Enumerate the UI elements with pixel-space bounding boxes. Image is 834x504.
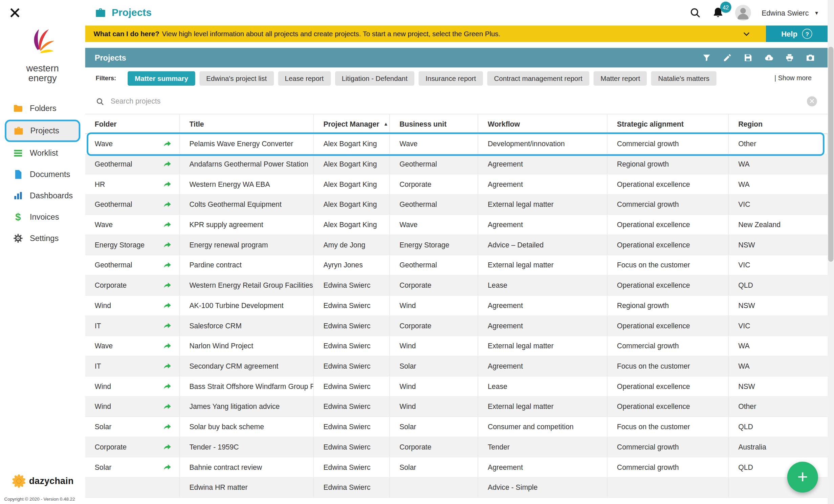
filter-contract-management-report[interactable]: Contract management report — [487, 71, 589, 85]
sidebar-item-invoices[interactable]: $Invoices — [0, 206, 85, 227]
column-header-strategic-alignment[interactable]: Strategic alignment — [608, 114, 729, 134]
column-header-folder[interactable]: Folder — [85, 114, 180, 134]
share-arrow-icon[interactable] — [163, 362, 172, 371]
gear-icon — [13, 233, 23, 243]
table-row[interactable]: Energy StorageEnergy renewal programAmy … — [85, 235, 828, 256]
cloud-download-icon[interactable] — [764, 53, 773, 62]
clear-search-icon[interactable]: ✕ — [807, 96, 817, 106]
column-header-workflow[interactable]: Workflow — [478, 114, 608, 134]
cell-text: Commercial growth — [617, 443, 679, 451]
column-header-title[interactable]: Title — [180, 114, 314, 134]
cell-text: Commercial growth — [617, 342, 679, 350]
share-arrow-icon[interactable] — [163, 159, 172, 169]
folder-name: IT — [95, 322, 101, 330]
user-name[interactable]: Edwina Swierc — [762, 9, 809, 17]
cell-text: Alex Bogart King — [323, 140, 377, 148]
share-arrow-icon[interactable] — [163, 281, 172, 290]
close-icon[interactable] — [8, 6, 21, 19]
cell-text: Edwina Swierc — [323, 483, 370, 491]
cell-strategic-alignment: Focus on the customer — [608, 255, 729, 275]
table-row[interactable]: CorporateTender - 1959CEdwina SwiercCorp… — [85, 437, 828, 458]
table-row[interactable]: ITSalesforce CRMEdwina SwiercCorporateAg… — [85, 316, 828, 336]
sidebar-item-label: Worklist — [30, 148, 58, 157]
add-project-fab[interactable]: + — [787, 462, 818, 492]
share-arrow-icon[interactable] — [163, 342, 172, 351]
cell-workflow: External legal matter — [478, 336, 608, 356]
search-icon — [96, 97, 104, 106]
folder-name: Corporate — [95, 281, 127, 289]
table-row[interactable]: GeothermalColts Geothermal EquipmentAlex… — [85, 195, 828, 215]
edit-icon[interactable] — [723, 53, 732, 62]
briefcase-icon — [95, 7, 107, 19]
share-arrow-icon[interactable] — [163, 463, 172, 472]
table-row[interactable]: GeothermalPardine contractAyryn JonesGeo… — [85, 255, 828, 276]
table-row[interactable]: WavePelamis Wave Energy ConverterAlex Bo… — [85, 134, 828, 154]
scrollbar-thumb[interactable] — [828, 47, 834, 262]
share-arrow-icon[interactable] — [163, 261, 172, 270]
table-row[interactable]: ITSecondary CRM agreementEdwina SwiercSo… — [85, 356, 828, 377]
column-header-project-manager[interactable]: Project Manager▲ — [314, 114, 390, 134]
share-arrow-icon[interactable] — [163, 442, 172, 452]
column-header-business-unit[interactable]: Business unit — [390, 114, 478, 134]
table-row[interactable]: WaveNarlon Wind ProjectEdwina SwiercWind… — [85, 336, 828, 356]
cell-text: Geothermal — [399, 261, 437, 269]
chevron-down-icon[interactable]: ▾ — [815, 9, 818, 16]
chevron-down-icon[interactable] — [742, 29, 751, 38]
folder-name: Geothermal — [95, 261, 132, 269]
sidebar-item-settings[interactable]: Settings — [0, 227, 85, 249]
sort-asc-icon: ▲ — [383, 121, 388, 127]
sidebar-item-documents[interactable]: Documents — [0, 163, 85, 185]
sidebar-item-worklist[interactable]: Worklist — [0, 142, 85, 163]
share-arrow-icon[interactable] — [163, 382, 172, 391]
sidebar-item-projects[interactable]: Projects — [5, 119, 80, 142]
share-arrow-icon[interactable] — [163, 321, 172, 330]
folder-name: Wave — [95, 342, 113, 350]
cell-region: VIC — [729, 195, 828, 214]
cell-text: KPR supply agreement — [189, 221, 263, 229]
share-arrow-icon[interactable] — [163, 220, 172, 229]
cell-project-manager: Edwina Swierc — [314, 276, 390, 295]
avatar[interactable] — [735, 5, 751, 21]
notifications-button[interactable]: 42 — [711, 6, 724, 19]
show-more-link[interactable]: | Show more — [774, 74, 812, 82]
cell-region: NSW — [729, 296, 828, 315]
table-row[interactable]: CorporateWestern Energy Retail Group Fac… — [85, 276, 828, 296]
filter-litigation-defendant[interactable]: Litigation - Defendant — [335, 71, 414, 85]
share-arrow-icon[interactable] — [163, 422, 172, 432]
table-row[interactable]: WindJames Yang litigation adviceEdwina S… — [85, 397, 828, 417]
dollar-icon: $ — [13, 212, 23, 222]
search-icon[interactable] — [689, 7, 701, 19]
table-row[interactable]: WindAK-100 Turbine DevelopmentEdwina Swi… — [85, 296, 828, 316]
table-row[interactable]: Edwina HR matterEdwina SwiercAdvice - Si… — [85, 478, 828, 498]
table-row[interactable]: WaveKPR supply agreementAlex Bogart King… — [85, 215, 828, 235]
share-arrow-icon[interactable] — [163, 301, 172, 310]
help-button[interactable]: Help ? — [766, 25, 828, 42]
filter-matter-summary[interactable]: Matter summary — [128, 71, 195, 85]
cell-text: Australia — [738, 443, 766, 451]
table-row[interactable]: GeothermalAndafarns Geothermal Power Sta… — [85, 154, 828, 175]
share-arrow-icon[interactable] — [163, 180, 172, 189]
share-arrow-icon[interactable] — [163, 139, 172, 149]
cell-text: External legal matter — [488, 342, 554, 350]
filter-natalie-s-matters[interactable]: Natalie's matters — [651, 71, 716, 85]
table-row[interactable]: WindBass Strait Offshore Windfarm Group … — [85, 377, 828, 397]
column-header-region[interactable]: Region — [729, 114, 828, 134]
sidebar-item-folders[interactable]: Folders — [0, 97, 85, 119]
filter-lease-report[interactable]: Lease report — [278, 71, 331, 85]
filter-insurance-report[interactable]: Insurance report — [419, 71, 483, 85]
filter-matter-report[interactable]: Matter report — [594, 71, 647, 85]
share-arrow-icon[interactable] — [163, 240, 172, 249]
table-row[interactable]: HRWestern Energy WA EBAAlex Bogart KingC… — [85, 174, 828, 195]
share-arrow-icon[interactable] — [163, 200, 172, 209]
save-icon[interactable] — [744, 53, 753, 62]
table-row[interactable]: SolarBahnie contract reviewEdwina Swierc… — [85, 457, 828, 478]
camera-icon[interactable] — [806, 53, 815, 62]
share-arrow-icon[interactable] — [163, 402, 172, 411]
table-row[interactable]: SolarSolar buy back schemeEdwina SwiercS… — [85, 417, 828, 437]
sidebar-item-dashboards[interactable]: Dashboards — [0, 185, 85, 206]
briefcase-icon — [13, 125, 24, 136]
search-input[interactable] — [110, 97, 807, 106]
print-icon[interactable] — [785, 53, 794, 62]
filter-edwina-s-project-list[interactable]: Edwina's project list — [199, 71, 274, 85]
filter-icon[interactable] — [702, 53, 711, 62]
